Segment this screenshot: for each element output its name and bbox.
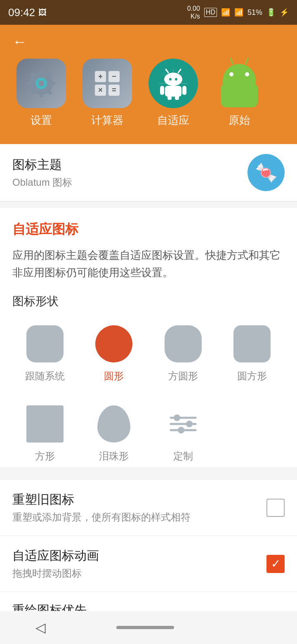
reshape-subtitle: 重塑或添加背景，使所有图标的样式相符 [12,511,191,524]
wifi-icon: 📶 [221,8,230,17]
shape-name-circle: 圆形 [104,369,124,383]
shape-box-empty [231,403,273,445]
svg-point-18 [169,78,172,80]
status-left: 09:42 🖼 [8,6,47,19]
svg-rect-24 [175,96,179,100]
custom-slider-icon [169,410,198,438]
shape-grid-row1: 跟随系统 圆形 方圆形 圆方形 [12,319,285,387]
animation-subtitle: 拖拽时摆动图标 [12,567,99,580]
android-body-g [221,85,258,107]
shape-rounded-sq2 [233,325,271,362]
svg-point-19 [175,78,177,80]
shape-item-rounded-sq2[interactable]: 圆方形 [220,319,285,387]
calc-cell-1: + [95,71,106,82]
svg-rect-22 [182,86,186,95]
calc-cell-3: × [95,85,106,96]
svg-rect-6 [50,82,55,85]
shape-name-system: 跟随系统 [25,369,65,383]
status-bar: 09:42 🖼 0.00K/s HD 📶 📶 51% 🔋 ⚡ [0,0,297,25]
svg-rect-3 [40,69,43,74]
shape-name-square: 方形 [35,450,55,463]
adaptive-description: 应用的图标主题会覆盖自适应图标设置。快捷方式和其它非应用图标仍可能使用这些设置。 [12,247,285,281]
calc-icon-bg: + − × = [82,59,132,108]
shape-item-circle[interactable]: 圆形 [82,319,147,387]
android-green [221,60,258,107]
svg-point-29 [186,421,193,427]
candy-icon: 🍬 [255,162,278,183]
shape-item-system[interactable]: 跟随系统 [12,319,78,387]
shape-item-custom[interactable]: 定制 [151,399,216,467]
svg-line-17 [178,69,181,73]
eye-right [245,72,249,76]
animation-row-content: 自适应图标动画 拖拽时摆动图标 [12,547,99,580]
battery-icon: 🔋 [266,8,276,17]
shape-circle [95,325,132,362]
icon-item-original[interactable]: 原始 [214,59,264,128]
status-time: 09:42 [8,6,35,19]
android-head-g [223,64,256,85]
adaptive-icon-bg [148,59,198,108]
photo-icon: 🖼 [38,8,47,17]
bottom-nav: ◁ [0,611,297,644]
shape-name-teardrop: 泪珠形 [99,450,129,463]
svg-rect-21 [160,86,164,95]
shape-squircle [165,325,202,362]
reshape-row[interactable]: 重塑旧图标 重塑或添加背景，使所有图标的样式相符 [0,479,297,535]
reshape-title: 重塑旧图标 [12,491,191,508]
theme-title: 图标主题 [12,156,72,173]
nav-home-indicator[interactable] [116,626,174,629]
calc-icon-label: 计算器 [91,113,123,128]
svg-rect-23 [167,96,172,100]
icon-item-adaptive[interactable]: 自适应 [148,59,198,128]
svg-rect-4 [40,92,43,97]
shape-box-rounded-sq2 [231,323,273,365]
settings-icon-label: 设置 [31,113,52,128]
back-button[interactable]: ← [12,33,33,50]
theme-icon: 🍬 [248,154,285,191]
animation-title: 自适应图标动画 [12,547,99,564]
network-speed: 0.00K/s [187,5,200,20]
svg-rect-5 [27,82,32,85]
shape-section-label: 图标形状 [12,294,285,309]
shape-empty [233,405,271,443]
settings-svg [25,67,58,100]
shape-box-teardrop [93,403,134,445]
shape-square [26,405,64,443]
antenna-right [245,57,249,65]
nav-back-button[interactable]: ◁ [35,620,46,635]
shape-name-squircle: 方圆形 [168,369,198,383]
checkmark-icon: ✓ [271,557,280,571]
svg-point-28 [174,414,180,421]
adaptive-section: 自适应图标 应用的图标主题会覆盖自适应图标设置。快捷方式和其它非应用图标仍可能使… [0,208,297,467]
shape-teardrop [97,405,130,443]
theme-section[interactable]: 图标主题 Oblatum 图标 🍬 [0,144,297,201]
svg-rect-20 [165,86,182,97]
shape-box-system [24,323,66,365]
shape-name-rounded-sq2: 圆方形 [237,369,267,383]
shape-box-squircle [163,323,204,365]
shape-name-custom: 定制 [173,450,193,463]
android-adaptive-svg [157,67,190,100]
original-icon-bg [214,59,264,108]
icon-item-calc[interactable]: + − × = 计算器 [82,59,132,128]
settings-icon-bg [16,59,66,108]
shape-box-square [24,403,66,445]
adaptive-icon-label: 自适应 [157,113,189,128]
animation-row[interactable]: 自适应图标动画 拖拽时摆动图标 ✓ [0,535,297,592]
calc-grid: + − × = [95,71,120,96]
calc-cell-2: − [108,71,120,82]
signal-icon: 📶 [234,8,243,17]
shape-item-square[interactable]: 方形 [12,399,78,467]
antenna-left [230,57,233,65]
icon-row: 设置 + − × = 计算器 [12,59,285,128]
reshape-checkbox[interactable] [266,499,285,517]
shape-custom-icon [165,405,202,443]
svg-point-15 [164,73,182,86]
adaptive-section-title: 自适应图标 [12,220,285,239]
svg-point-2 [38,80,44,86]
animation-checkbox[interactable]: ✓ [266,555,285,573]
icon-item-settings[interactable]: 设置 [16,59,66,128]
shape-item-teardrop[interactable]: 泪珠形 [82,399,147,467]
shape-grid-row2: 方形 泪珠形 [12,399,285,467]
shape-item-squircle[interactable]: 方圆形 [151,319,216,387]
